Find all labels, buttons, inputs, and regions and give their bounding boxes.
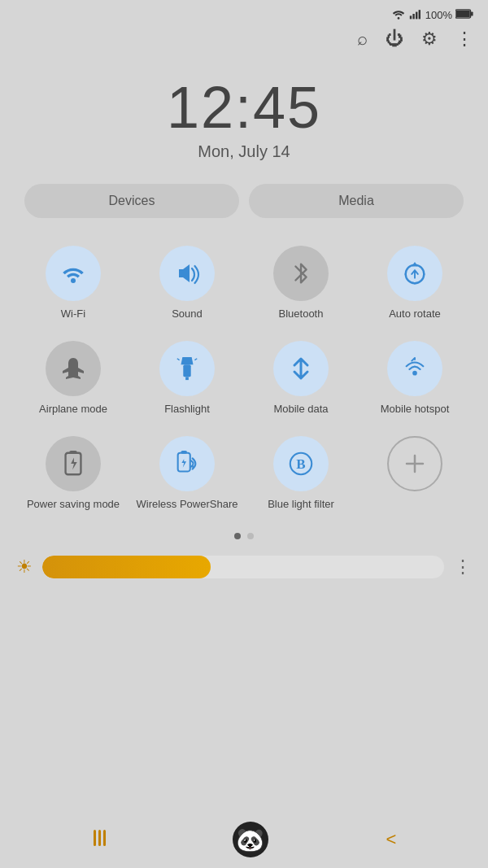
svg-rect-1 (412, 14, 414, 19)
pagination-dots (0, 530, 488, 547)
home-panda[interactable]: 🐼 (233, 822, 268, 857)
qs-powersaving-icon (46, 436, 101, 491)
qs-flashlight[interactable]: Flashlight (130, 333, 244, 428)
svg-rect-20 (69, 451, 76, 454)
svg-line-14 (194, 359, 197, 360)
tabs-row: Devices Media (0, 169, 488, 226)
qs-wifi-icon (46, 246, 101, 301)
svg-point-16 (412, 371, 417, 376)
svg-marker-8 (179, 264, 190, 282)
qs-sound[interactable]: Sound (130, 238, 244, 333)
svg-text:B: B (296, 456, 305, 471)
qs-powershare[interactable]: Wireless PowerShare (130, 428, 244, 523)
quick-settings-grid: Wi-Fi Sound Bluetooth (0, 226, 488, 530)
qs-powershare-icon (159, 436, 215, 491)
battery-icon (455, 9, 473, 21)
qs-mobiledata-icon (273, 341, 329, 396)
clock-time: 12:45 (0, 74, 488, 141)
qs-wifi-label: Wi-Fi (61, 308, 85, 321)
qs-bluelight-icon: B (273, 436, 329, 491)
qs-powershare-label: Wireless PowerShare (137, 498, 238, 512)
back-icon[interactable]: < (386, 829, 397, 850)
top-actions: ⌕ ⏻ ⚙ ⋮ (0, 25, 488, 58)
qs-hotspot[interactable]: Mobile hotspot (358, 333, 472, 428)
qs-bluelight-label: Blue light filter (268, 498, 334, 512)
qs-powersaving-label: Power saving mode (27, 498, 120, 512)
qs-mobiledata-label: Mobile data (273, 403, 328, 417)
pagination-dot-1 (234, 533, 241, 539)
svg-rect-3 (418, 10, 420, 19)
qs-autorotate-label: Auto rotate (389, 308, 441, 321)
qs-sound-icon (159, 246, 215, 301)
brightness-row: ☀ ⋮ (0, 547, 488, 587)
brightness-icon: ☀ (16, 556, 33, 578)
qs-airplane-label: Airplane mode (39, 403, 107, 417)
svg-rect-30 (103, 830, 106, 846)
brightness-fill (42, 556, 211, 578)
qs-bluetooth-icon (273, 246, 329, 301)
search-icon[interactable]: ⌕ (357, 28, 368, 50)
recents-icon[interactable] (92, 828, 115, 852)
qs-airplane[interactable]: Airplane mode (16, 333, 130, 428)
signal-status-icon (409, 8, 422, 22)
svg-marker-9 (412, 262, 418, 267)
bottom-nav: 🐼 < (0, 811, 488, 868)
qs-bluelight[interactable]: B Blue light filter (244, 428, 358, 523)
wifi-status-icon (391, 8, 406, 22)
svg-rect-5 (471, 11, 473, 15)
brightness-more-icon[interactable]: ⋮ (454, 556, 472, 578)
qs-add-icon (387, 436, 442, 491)
brightness-track[interactable] (42, 556, 444, 578)
qs-hotspot-icon (387, 341, 442, 396)
qs-add[interactable] (358, 428, 472, 523)
qs-bluetooth-label: Bluetooth (279, 308, 324, 321)
svg-line-13 (177, 359, 180, 360)
svg-rect-6 (456, 11, 470, 17)
qs-autorotate-icon (387, 246, 442, 301)
svg-point-7 (71, 278, 76, 283)
svg-rect-29 (98, 830, 101, 846)
power-icon[interactable]: ⏻ (386, 28, 403, 50)
qs-sound-label: Sound (172, 308, 203, 321)
clock-date: Mon, July 14 (0, 142, 488, 161)
svg-rect-22 (181, 451, 187, 454)
qs-bluetooth[interactable]: Bluetooth (244, 238, 358, 333)
qs-flashlight-icon (159, 341, 215, 396)
qs-flashlight-label: Flashlight (164, 403, 210, 417)
svg-rect-12 (185, 377, 189, 380)
devices-tab[interactable]: Devices (24, 184, 239, 218)
qs-airplane-icon (46, 341, 101, 396)
qs-mobiledata[interactable]: Mobile data (244, 333, 358, 428)
media-tab[interactable]: Media (249, 184, 464, 218)
svg-marker-10 (181, 357, 193, 364)
qs-powersaving[interactable]: Power saving mode (16, 428, 130, 523)
settings-icon[interactable]: ⚙ (421, 28, 438, 50)
svg-rect-28 (94, 830, 96, 846)
status-bar: 100% (0, 0, 488, 25)
svg-rect-0 (410, 15, 412, 19)
qs-wifi[interactable]: Wi-Fi (16, 238, 130, 333)
svg-rect-11 (183, 364, 190, 377)
qs-hotspot-label: Mobile hotspot (381, 403, 450, 417)
battery-label: 100% (425, 9, 452, 21)
clock-section: 12:45 Mon, July 14 (0, 58, 488, 169)
more-icon[interactable]: ⋮ (455, 28, 473, 50)
pagination-dot-2 (247, 533, 254, 539)
qs-autorotate[interactable]: Auto rotate (358, 238, 472, 333)
svg-rect-2 (416, 12, 417, 20)
svg-line-18 (412, 358, 415, 361)
